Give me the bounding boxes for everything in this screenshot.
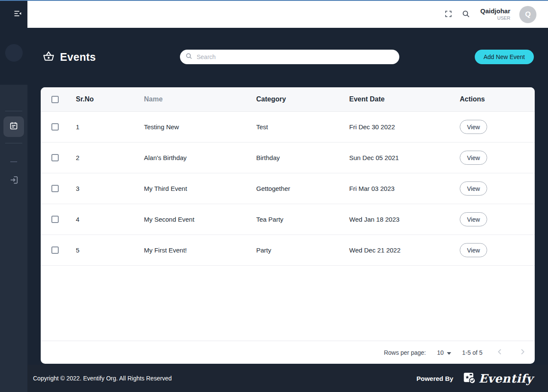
sidebar-menu xyxy=(0,85,27,392)
cell-name: My Second Event xyxy=(144,216,256,223)
column-header-actions: Actions xyxy=(460,95,535,103)
cell-name: My Third Event xyxy=(144,185,256,192)
cell-category: Party xyxy=(256,246,349,254)
page-footer: Copyright © 2022. Eventify Org. All Righ… xyxy=(27,365,548,392)
cell-event-date: Wed Dec 21 2022 xyxy=(349,246,460,254)
search-box xyxy=(180,50,399,64)
cell-srno: 1 xyxy=(76,123,144,131)
cell-name: Testing New xyxy=(144,123,256,131)
cell-event-date: Wed Jan 18 2023 xyxy=(349,216,460,223)
main-content: Events Add New Event Sr.No Name Category… xyxy=(27,28,548,365)
divider xyxy=(5,111,22,111)
cell-name: Alan's Birthday xyxy=(144,154,256,161)
cell-srno: 2 xyxy=(76,154,144,161)
cell-srno: 3 xyxy=(76,185,144,192)
cell-category: Gettogether xyxy=(256,185,349,192)
search-icon xyxy=(461,9,470,20)
fullscreen-button[interactable] xyxy=(444,10,452,19)
cell-srno: 5 xyxy=(76,246,144,254)
copyright-text: Copyright © 2022. Eventify Org. All Righ… xyxy=(33,375,416,382)
view-button[interactable]: View xyxy=(460,120,487,134)
table-empty-space xyxy=(41,266,535,341)
table-row: 3 My Third Event Gettogether Fri Mar 03 … xyxy=(41,173,535,204)
fullscreen-icon xyxy=(444,10,452,19)
column-header-event-date: Event Date xyxy=(349,95,460,103)
chevron-right-icon xyxy=(518,347,527,358)
cell-name: My First Event! xyxy=(144,246,256,254)
basket-icon xyxy=(43,50,54,64)
view-button[interactable]: View xyxy=(460,151,487,165)
chevron-down-icon xyxy=(447,349,451,356)
user-block[interactable]: Qaidjohar USER xyxy=(480,7,510,21)
row-checkbox[interactable] xyxy=(51,123,59,131)
chevron-left-icon xyxy=(495,347,505,358)
table-row: 5 My First Event! Party Wed Dec 21 2022 … xyxy=(41,235,535,266)
header-search-button[interactable] xyxy=(461,9,470,20)
view-button[interactable]: View xyxy=(460,181,487,196)
view-button[interactable]: View xyxy=(460,212,487,226)
next-page-button[interactable] xyxy=(518,347,527,358)
view-button[interactable]: View xyxy=(460,243,487,257)
cell-event-date: Sun Dec 05 2021 xyxy=(349,154,460,161)
calendar-icon xyxy=(9,121,18,132)
cell-srno: 4 xyxy=(76,216,144,223)
menu-toggle-button[interactable] xyxy=(12,9,23,19)
table-header-row: Sr.No Name Category Event Date Actions xyxy=(41,87,535,112)
top-bar: Qaidjohar USER Q xyxy=(27,1,548,28)
page-title: Events xyxy=(43,48,96,65)
brand-name: Eventify xyxy=(479,372,533,385)
row-checkbox[interactable] xyxy=(51,154,59,161)
rows-per-page-value: 10 xyxy=(437,349,444,356)
cell-event-date: Fri Mar 03 2023 xyxy=(349,185,460,192)
sidebar-collapsed-label xyxy=(10,161,17,162)
cell-category: Birthday xyxy=(256,154,349,161)
sidebar-item-events[interactable] xyxy=(3,116,24,137)
user-name: Qaidjohar xyxy=(480,7,510,15)
user-role: USER xyxy=(480,15,510,21)
add-new-event-button[interactable]: Add New Event xyxy=(475,50,534,64)
sidebar-avatar-placeholder xyxy=(5,44,23,62)
pagination-range: 1-5 of 5 xyxy=(462,349,482,356)
column-header-category: Category xyxy=(256,95,349,103)
row-checkbox[interactable] xyxy=(51,246,59,254)
table-row: 4 My Second Event Tea Party Wed Jan 18 2… xyxy=(41,204,535,235)
powered-by-label: Powered By xyxy=(416,375,453,382)
events-table-card: Sr.No Name Category Event Date Actions 1… xyxy=(41,87,535,364)
page-title-text: Events xyxy=(60,51,96,63)
avatar[interactable]: Q xyxy=(519,6,536,23)
logout-icon xyxy=(9,180,19,186)
previous-page-button[interactable] xyxy=(495,347,505,358)
column-header-srno: Sr.No xyxy=(76,95,144,103)
brand-logo: Eventify xyxy=(463,371,533,386)
table-pagination: Rows per page: 10 1-5 of 5 xyxy=(41,341,535,364)
column-header-name[interactable]: Name xyxy=(144,95,256,103)
select-all-checkbox[interactable] xyxy=(51,96,59,103)
search-icon xyxy=(185,52,193,62)
cell-category: Test xyxy=(256,123,349,131)
search-input[interactable] xyxy=(197,53,395,60)
sidebar xyxy=(0,0,27,392)
cell-category: Tea Party xyxy=(256,216,349,223)
eventify-logo-icon xyxy=(463,371,476,386)
top-accent-strip xyxy=(0,0,548,1)
table-row: 2 Alan's Birthday Birthday Sun Dec 05 20… xyxy=(41,143,535,173)
cell-event-date: Fri Dec 30 2022 xyxy=(349,123,460,131)
table-row: 1 Testing New Test Fri Dec 30 2022 View xyxy=(41,112,535,143)
rows-per-page-select[interactable]: 10 xyxy=(437,349,451,356)
row-checkbox[interactable] xyxy=(51,185,59,192)
rows-per-page-label: Rows per page: xyxy=(384,349,426,356)
row-checkbox[interactable] xyxy=(51,216,59,223)
menu-open-icon xyxy=(13,13,22,19)
divider xyxy=(5,143,22,143)
logout-button[interactable] xyxy=(9,175,19,185)
